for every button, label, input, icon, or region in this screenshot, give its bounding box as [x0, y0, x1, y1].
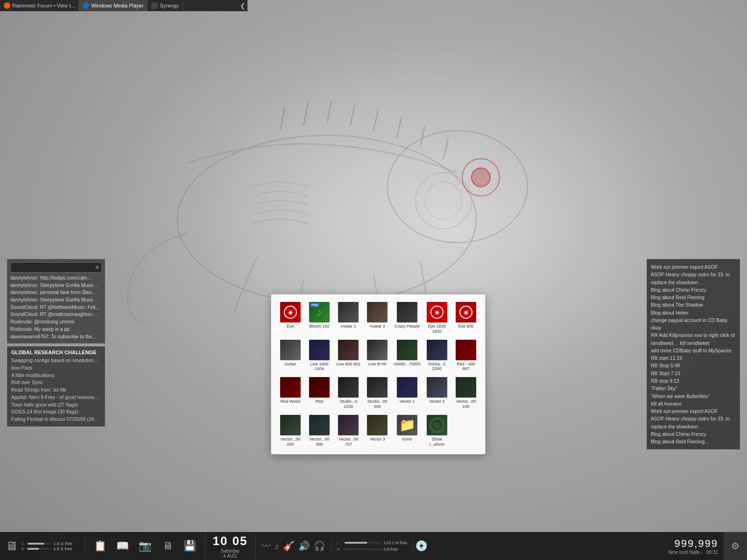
file-item[interactable]: Avatar 1: [335, 300, 362, 336]
file-item[interactable]: ◉Eye 800: [452, 300, 479, 336]
research-item[interactable]: Town halls gone wild (27 flags): [11, 401, 101, 409]
file-label: Vector 2: [429, 399, 444, 404]
tab-synergy[interactable]: Synergy: [148, 0, 183, 11]
i-stat-bar: [345, 542, 382, 544]
clock-date: 4 AUG: [223, 553, 237, 559]
file-item[interactable]: Vector 3: [364, 413, 391, 449]
tab-wmp[interactable]: Windows Media Player: [79, 0, 148, 11]
taskbar-top: Rainmeter Forum • View t... Windows Medi…: [0, 0, 247, 11]
file-thumbnail: ◉: [427, 302, 447, 322]
c-drive-value: 1.8 G free: [54, 541, 79, 546]
file-item[interactable]: Live 600 902: [335, 338, 362, 374]
file-browser: ◉Eye♪PSDBloom 192Avatar 1Avatar 2Crazy P…: [271, 294, 486, 455]
research-item[interactable]: A little modifications: [11, 372, 101, 379]
hdd-icon[interactable]: 💿: [415, 540, 428, 552]
file-item[interactable]: Crazy People: [393, 300, 422, 336]
app-icon-3[interactable]: 📷: [135, 536, 155, 556]
note-item: Work out premier export ASOF: [651, 263, 736, 271]
e-drive-bar: [27, 548, 50, 550]
headphone-icon[interactable]: 🎧: [314, 540, 325, 552]
research-item[interactable]: Swapping configs based on resolution...: [11, 357, 101, 364]
file-label: Red: [316, 399, 324, 404]
file-item[interactable]: Red Weird: [277, 375, 304, 411]
file-item[interactable]: ◉Eye: [277, 300, 304, 336]
file-item[interactable]: Studio...0 1200: [335, 375, 362, 411]
file-label: Crazy People: [395, 324, 420, 329]
file-label: Red Weird: [281, 399, 300, 404]
file-item[interactable]: Avatar 2: [364, 300, 391, 336]
note-item: ASOF Heavy choppy outro for 33, to repla…: [651, 415, 736, 430]
file-thumbnail: [367, 377, 388, 398]
c-drive-bar: [28, 543, 51, 545]
file-item[interactable]: ◉Eye 1600 1600: [423, 300, 451, 336]
note-item: RB start 11:15: [651, 354, 736, 362]
tweet-close-button[interactable]: ✕: [95, 264, 99, 271]
settings-button[interactable]: ⚙: [724, 532, 747, 560]
research-item[interactable]: Roll over Sync: [11, 379, 101, 386]
app-icon-2[interactable]: 📖: [113, 536, 133, 556]
app-icon-5[interactable]: 💾: [180, 536, 200, 556]
research-item[interactable]: Read Strings from .txt-file: [11, 386, 101, 394]
tab-firefox[interactable]: Rainmeter Forum • View t...: [0, 0, 79, 11]
app-icon-4[interactable]: 🖥: [157, 536, 178, 556]
research-item[interactable]: GOES-14 first image (30 flags): [11, 408, 101, 416]
music-icon[interactable]: ♪: [275, 541, 279, 552]
wave-icon[interactable]: 〰: [261, 541, 271, 552]
file-item[interactable]: Vector...00 707: [335, 413, 362, 449]
note-item: ASOF Heavy choppy outro for 33, to repla…: [651, 271, 736, 286]
file-thumbnail: [338, 415, 359, 435]
tweet-item: SoundCloud: RT @NettwerkMusic: Feli...: [10, 304, 102, 311]
tweet-search-input[interactable]: [13, 265, 95, 270]
file-item[interactable]: Live B+W: [364, 338, 391, 374]
file-item[interactable]: ↻Show i...plorer: [423, 413, 451, 449]
speaker-icon[interactable]: 🔊: [298, 540, 310, 552]
file-item[interactable]: n5485...70605: [393, 338, 422, 374]
file-item[interactable]: Red - 400 667: [452, 338, 479, 374]
guitar-icon[interactable]: 🎸: [283, 540, 295, 552]
note-item: Blog about Reid Fleming: [651, 294, 736, 301]
note-item: kill all humans: [651, 400, 736, 407]
file-thumbnail: ◉: [456, 302, 476, 322]
file-item[interactable]: ♪PSDBloom 192: [306, 300, 333, 336]
file-thumbnail: [397, 302, 417, 322]
file-item[interactable]: Vector...00 100: [452, 375, 479, 411]
clock: 10 05 Saturday 4 AUG: [205, 534, 256, 559]
file-item[interactable]: Vector 1: [393, 375, 422, 411]
clock-day: Saturday: [221, 548, 240, 553]
file-item[interactable]: Studio...00 600: [364, 375, 391, 411]
file-thumbnail: [338, 302, 359, 322]
research-item[interactable]: loxx Pack: [11, 364, 101, 372]
file-item[interactable]: Vector...00 200: [277, 413, 304, 449]
research-item[interactable]: Appfail: Nero 9 Free - of good reasons..…: [11, 394, 101, 401]
collapse-button[interactable]: ❮: [238, 0, 247, 11]
file-item[interactable]: Vector 2: [423, 375, 451, 411]
file-label: Vector...00 100: [453, 399, 479, 409]
file-item[interactable]: Live 1600 2404: [306, 338, 333, 374]
svg-point-1: [388, 131, 528, 243]
note-item: add more CDBaby stuff to MySpaces: [651, 347, 736, 354]
file-label: Live B+W: [368, 362, 387, 367]
tweet-item: dannylohner: personal fave from Slee...: [10, 289, 102, 296]
tweet-item: dannylohner: http://twitpic.com/catn...: [10, 274, 102, 281]
hdd-monitor: 🖥 C 1.8 G free E 4.9 G free: [0, 537, 85, 555]
file-label: Avatar 1: [341, 324, 356, 329]
tweet-item: davenavarro6767: To subscribe to the...: [10, 333, 102, 340]
file-thumbnail: [456, 377, 476, 398]
app-icons-section: 📋 📖 📷 🖥 💾: [85, 532, 205, 560]
i-stat-value: 113.1 M free: [384, 540, 408, 545]
h-stat-value: 0.0 free: [384, 547, 398, 552]
file-item[interactable]: Portra...0 2300: [423, 338, 451, 374]
file-item[interactable]: Red: [306, 375, 333, 411]
note-item: Blog about The Shadow: [651, 301, 736, 308]
audio-section: 〰 ♪ 🎸 🔊 🎧: [256, 540, 331, 552]
app-icon-1[interactable]: 📋: [90, 536, 111, 556]
i-stat-fill: [345, 542, 367, 544]
file-item[interactable]: 📁Icons: [393, 413, 422, 449]
research-item[interactable]: Falling Fireball in Mexico 07/26/09 (24.…: [11, 416, 101, 423]
file-grid: ◉Eye♪PSDBloom 192Avatar 1Avatar 2Crazy P…: [277, 300, 479, 448]
music-score: 999,999: [674, 538, 718, 550]
file-item[interactable]: Vector...00 300: [306, 413, 333, 449]
file-item[interactable]: Guitar: [277, 338, 304, 374]
firefox-icon: [4, 2, 10, 9]
note-item: "Fallen Sky": [651, 385, 736, 392]
